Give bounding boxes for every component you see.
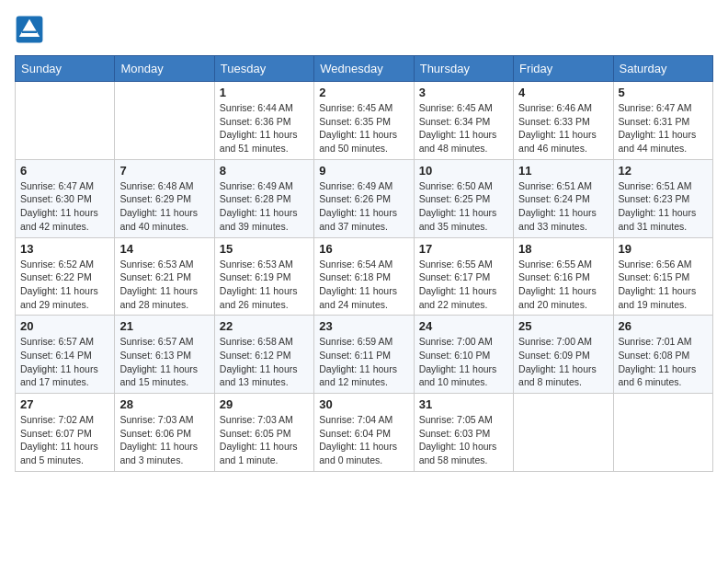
day-of-week-header: Sunday [16,56,115,82]
calendar-cell: 18Sunrise: 6:55 AM Sunset: 6:16 PM Dayli… [514,237,613,316]
calendar-cell: 3Sunrise: 6:45 AM Sunset: 6:34 PM Daylig… [414,82,513,160]
day-number: 12 [619,164,708,178]
day-number: 3 [419,86,508,99]
day-info: Sunrise: 6:56 AM Sunset: 6:15 PM Dayligh… [619,258,708,312]
day-info: Sunrise: 6:53 AM Sunset: 6:21 PM Dayligh… [119,258,209,312]
day-number: 20 [20,319,109,333]
calendar-cell: 1Sunrise: 6:44 AM Sunset: 6:36 PM Daylig… [214,82,313,160]
day-of-week-header: Tuesday [214,56,313,82]
calendar-cell: 14Sunrise: 6:53 AM Sunset: 6:21 PM Dayli… [115,237,214,316]
calendar-cell: 21Sunrise: 6:57 AM Sunset: 6:13 PM Dayli… [115,316,214,394]
logo [15,15,46,44]
day-number: 21 [119,319,209,333]
day-number: 15 [220,242,309,256]
calendar-cell: 12Sunrise: 6:51 AM Sunset: 6:23 PM Dayli… [613,159,712,237]
day-of-week-header: Saturday [613,56,712,82]
day-number: 5 [619,86,708,99]
day-info: Sunrise: 6:44 AM Sunset: 6:36 PM Dayligh… [220,101,309,155]
day-info: Sunrise: 7:00 AM Sunset: 6:10 PM Dayligh… [419,335,508,389]
day-info: Sunrise: 7:04 AM Sunset: 6:04 PM Dayligh… [319,413,408,467]
day-number: 6 [20,164,109,178]
day-number: 4 [518,86,608,99]
day-info: Sunrise: 6:54 AM Sunset: 6:18 PM Dayligh… [319,258,408,312]
day-number: 17 [419,242,508,256]
day-info: Sunrise: 7:05 AM Sunset: 6:03 PM Dayligh… [419,413,508,467]
day-info: Sunrise: 6:55 AM Sunset: 6:17 PM Dayligh… [419,258,508,312]
calendar: SundayMondayTuesdayWednesdayThursdayFrid… [15,55,713,472]
calendar-cell: 19Sunrise: 6:56 AM Sunset: 6:15 PM Dayli… [613,237,712,316]
day-info: Sunrise: 7:02 AM Sunset: 6:07 PM Dayligh… [20,413,109,467]
day-info: Sunrise: 7:03 AM Sunset: 6:06 PM Dayligh… [119,413,209,467]
calendar-week-row: 20Sunrise: 6:57 AM Sunset: 6:14 PM Dayli… [16,316,713,394]
day-of-week-header: Wednesday [314,56,414,82]
day-info: Sunrise: 6:53 AM Sunset: 6:19 PM Dayligh… [220,258,309,312]
calendar-cell: 5Sunrise: 6:47 AM Sunset: 6:31 PM Daylig… [613,82,712,160]
calendar-cell: 17Sunrise: 6:55 AM Sunset: 6:17 PM Dayli… [414,237,513,316]
day-info: Sunrise: 6:45 AM Sunset: 6:34 PM Dayligh… [419,101,508,155]
day-number: 2 [319,86,408,99]
day-number: 25 [518,319,608,333]
day-info: Sunrise: 6:46 AM Sunset: 6:33 PM Dayligh… [518,101,608,155]
calendar-cell: 29Sunrise: 7:03 AM Sunset: 6:05 PM Dayli… [214,394,313,472]
calendar-cell: 20Sunrise: 6:57 AM Sunset: 6:14 PM Dayli… [16,316,115,394]
calendar-cell: 15Sunrise: 6:53 AM Sunset: 6:19 PM Dayli… [214,237,313,316]
day-info: Sunrise: 6:47 AM Sunset: 6:30 PM Dayligh… [20,179,109,234]
calendar-cell: 7Sunrise: 6:48 AM Sunset: 6:29 PM Daylig… [115,159,214,237]
day-number: 11 [518,164,608,178]
day-info: Sunrise: 6:51 AM Sunset: 6:24 PM Dayligh… [518,179,608,234]
logo-icon [15,15,44,44]
day-number: 9 [319,164,408,178]
day-info: Sunrise: 6:59 AM Sunset: 6:11 PM Dayligh… [319,335,408,389]
calendar-cell: 6Sunrise: 6:47 AM Sunset: 6:30 PM Daylig… [16,159,115,237]
day-number: 28 [119,397,209,411]
day-number: 22 [220,319,309,333]
day-info: Sunrise: 6:57 AM Sunset: 6:13 PM Dayligh… [119,335,209,389]
calendar-cell [115,82,214,160]
day-of-week-header: Friday [514,56,613,82]
calendar-cell: 22Sunrise: 6:58 AM Sunset: 6:12 PM Dayli… [214,316,313,394]
calendar-cell: 2Sunrise: 6:45 AM Sunset: 6:35 PM Daylig… [314,82,414,160]
day-info: Sunrise: 7:03 AM Sunset: 6:05 PM Dayligh… [220,413,309,467]
calendar-cell: 16Sunrise: 6:54 AM Sunset: 6:18 PM Dayli… [314,237,414,316]
calendar-cell: 25Sunrise: 7:00 AM Sunset: 6:09 PM Dayli… [514,316,613,394]
day-info: Sunrise: 6:49 AM Sunset: 6:28 PM Dayligh… [220,179,309,234]
calendar-cell: 4Sunrise: 6:46 AM Sunset: 6:33 PM Daylig… [514,82,613,160]
svg-rect-2 [22,31,37,33]
day-info: Sunrise: 6:57 AM Sunset: 6:14 PM Dayligh… [20,335,109,389]
day-number: 10 [419,164,508,178]
calendar-week-row: 6Sunrise: 6:47 AM Sunset: 6:30 PM Daylig… [16,159,713,237]
day-number: 19 [619,242,708,256]
day-info: Sunrise: 6:52 AM Sunset: 6:22 PM Dayligh… [20,258,109,312]
calendar-header-row: SundayMondayTuesdayWednesdayThursdayFrid… [16,56,713,82]
calendar-week-row: 1Sunrise: 6:44 AM Sunset: 6:36 PM Daylig… [16,82,713,160]
calendar-cell: 9Sunrise: 6:49 AM Sunset: 6:26 PM Daylig… [314,159,414,237]
day-number: 24 [419,319,508,333]
calendar-cell: 23Sunrise: 6:59 AM Sunset: 6:11 PM Dayli… [314,316,414,394]
day-info: Sunrise: 7:01 AM Sunset: 6:08 PM Dayligh… [619,335,708,389]
day-info: Sunrise: 6:51 AM Sunset: 6:23 PM Dayligh… [619,179,708,234]
calendar-cell: 27Sunrise: 7:02 AM Sunset: 6:07 PM Dayli… [16,394,115,472]
day-of-week-header: Thursday [414,56,513,82]
calendar-week-row: 13Sunrise: 6:52 AM Sunset: 6:22 PM Dayli… [16,237,713,316]
day-number: 31 [419,397,508,411]
day-info: Sunrise: 6:58 AM Sunset: 6:12 PM Dayligh… [220,335,309,389]
calendar-cell: 28Sunrise: 7:03 AM Sunset: 6:06 PM Dayli… [115,394,214,472]
calendar-cell: 11Sunrise: 6:51 AM Sunset: 6:24 PM Dayli… [514,159,613,237]
day-of-week-header: Monday [115,56,214,82]
day-info: Sunrise: 6:49 AM Sunset: 6:26 PM Dayligh… [319,179,408,234]
day-info: Sunrise: 6:45 AM Sunset: 6:35 PM Dayligh… [319,101,408,155]
calendar-cell: 30Sunrise: 7:04 AM Sunset: 6:04 PM Dayli… [314,394,414,472]
day-info: Sunrise: 6:55 AM Sunset: 6:16 PM Dayligh… [518,258,608,312]
day-info: Sunrise: 6:50 AM Sunset: 6:25 PM Dayligh… [419,179,508,234]
calendar-cell: 10Sunrise: 6:50 AM Sunset: 6:25 PM Dayli… [414,159,513,237]
calendar-cell: 24Sunrise: 7:00 AM Sunset: 6:10 PM Dayli… [414,316,513,394]
day-number: 8 [220,164,309,178]
day-number: 30 [319,397,408,411]
calendar-cell: 8Sunrise: 6:49 AM Sunset: 6:28 PM Daylig… [214,159,313,237]
day-number: 26 [619,319,708,333]
day-number: 1 [220,86,309,99]
calendar-cell: 31Sunrise: 7:05 AM Sunset: 6:03 PM Dayli… [414,394,513,472]
day-number: 13 [20,242,109,256]
day-number: 23 [319,319,408,333]
day-number: 7 [119,164,209,178]
